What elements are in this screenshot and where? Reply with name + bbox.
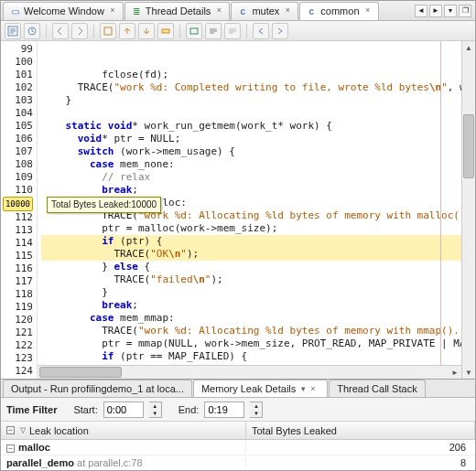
tab-menu-button[interactable]: ▾ [444,5,457,17]
tab-mutex[interactable]: c mutex × [231,2,298,20]
line-number[interactable]: 124 [1,365,33,378]
line-number[interactable]: 119 [1,301,33,314]
line-number[interactable]: 107 [1,145,33,158]
close-icon[interactable]: × [363,6,373,16]
code-line[interactable] [41,107,461,120]
scroll-up-icon[interactable]: ▲ [462,41,475,54]
leak-badge[interactable]: 10000 [3,197,33,211]
close-icon[interactable]: × [310,384,319,393]
vertical-scrollbar[interactable]: ▲ ▼ [461,41,475,379]
code-line[interactable]: TRACE("OK\n"); [41,248,461,261]
find-selection-button[interactable] [100,23,116,39]
step-up-icon[interactable]: ▲ [250,402,262,410]
code-line[interactable]: switch (work->mem_usage) { [41,145,461,158]
code-area[interactable]: fclose(fd); TRACE("work %d: Completed wr… [38,41,461,379]
line-gutter[interactable]: 9910010110210310410510610710810911010000… [1,41,38,379]
line-number[interactable]: 123 [1,352,33,365]
line-number[interactable]: 104 [1,107,33,120]
shift-right-button[interactable] [272,23,288,39]
code-line[interactable]: if (ptr == MAP_FAILED) { [41,350,461,363]
line-number[interactable]: 118 [1,288,33,301]
col-total-bytes-leaked[interactable]: Total Bytes Leaked [246,422,475,439]
scroll-down-icon[interactable]: ▼ [462,366,475,379]
code-line[interactable]: case mem_none: [41,158,461,171]
code-line[interactable]: } else { [41,261,461,273]
code-line[interactable]: break; [41,184,461,197]
close-icon[interactable]: × [108,6,117,16]
line-number[interactable]: 108 [1,158,33,171]
line-number[interactable]: 117 [1,275,33,288]
shift-left-button[interactable] [253,23,269,39]
tab-common[interactable]: c common × [299,2,378,20]
line-number[interactable]: 115 [1,250,33,262]
code-line[interactable]: TRACE("failed\n"); [41,273,461,286]
code-line[interactable]: TRACE("work %d: Allocating %ld bytes of … [41,325,461,337]
end-stepper[interactable]: ▲▼ [250,401,263,418]
start-time-input[interactable] [103,401,144,418]
step-down-icon[interactable]: ▼ [149,410,161,417]
macro-button[interactable] [186,23,202,39]
line-number[interactable]: 116 [1,262,33,275]
tab-memory-leak-details[interactable]: Memory Leak Details ▼ × [193,380,328,397]
code-line[interactable]: } [41,94,461,107]
scroll-thumb[interactable] [463,114,474,178]
close-icon[interactable]: × [283,6,292,16]
leak-table-body[interactable]: −malloc206parallel_demo at parallel.c:78… [1,440,475,470]
code-line[interactable]: fclose(fd); [41,69,461,81]
close-icon[interactable]: × [214,6,223,16]
line-number[interactable]: 99 [1,43,33,56]
line-number[interactable]: 105 [1,120,33,133]
line-number[interactable]: 121 [1,326,33,339]
code-line[interactable]: static void* work_run_getmem(work_t* wor… [41,120,461,133]
line-number[interactable]: 10000 [1,197,33,211]
horizontal-scrollbar[interactable]: ◄ ► [38,365,461,379]
comment-button[interactable] [205,23,222,39]
tab-thread-call-stack[interactable]: Thread Call Stack [329,380,425,397]
next-tab-button[interactable]: ► [429,5,442,17]
code-line[interactable]: case mem_mmap: [41,312,461,325]
expand-icon[interactable]: − [6,444,15,453]
toggle-highlight-button[interactable] [157,23,174,39]
line-number[interactable]: 110 [1,184,33,197]
line-number[interactable]: 102 [1,81,33,94]
collapse-all-icon[interactable]: − [6,426,15,434]
table-row[interactable]: parallel_demo at parallel.c:788 [1,455,475,470]
uncomment-button[interactable] [224,23,241,39]
line-number[interactable]: 112 [1,211,33,224]
end-time-input[interactable] [204,401,244,418]
chevron-down-icon[interactable]: ▼ [299,385,307,393]
code-line[interactable]: break; [41,299,461,312]
start-stepper[interactable]: ▲▼ [149,401,162,418]
line-number[interactable]: 109 [1,171,33,184]
col-leak-location[interactable]: − ▽ Leak location [1,422,246,439]
tab-thread-details[interactable]: ≣ Thread Details × [124,2,231,20]
find-prev-button[interactable] [119,23,135,39]
step-down-icon[interactable]: ▼ [250,410,262,417]
find-next-button[interactable] [138,23,155,39]
scroll-right-icon[interactable]: ► [449,366,461,379]
line-number[interactable]: 120 [1,314,33,326]
scroll-thumb[interactable] [39,367,122,378]
line-number[interactable]: 113 [1,224,33,237]
code-line[interactable]: ptr = malloc(work->mem_size); [41,222,461,235]
line-number[interactable]: 114 [1,237,33,250]
line-number[interactable]: 122 [1,339,33,352]
nav-fwd-button[interactable] [71,23,88,39]
line-number[interactable]: 106 [1,133,33,145]
line-number[interactable]: 103 [1,94,33,107]
line-number[interactable]: 100 [1,56,33,69]
code-line[interactable]: } [41,286,461,299]
code-line[interactable]: if (ptr) { [41,235,461,248]
source-view-button[interactable] [5,23,21,39]
tab-output[interactable]: Output - Run profilingdemo_1 at loca... [3,380,192,397]
code-line[interactable]: TRACE("work %d: Completed writing to fil… [41,81,461,94]
restore-button[interactable]: ❐ [459,5,471,17]
code-line[interactable]: void* ptr = NULL; [41,133,461,145]
history-button[interactable] [24,23,40,39]
prev-tab-button[interactable]: ◄ [415,5,427,17]
table-row[interactable]: −malloc206 [1,440,475,455]
code-line[interactable]: ptr = mmap(NULL, work->mem_size, PROT_RE… [41,337,461,350]
step-up-icon[interactable]: ▲ [149,402,161,410]
code-editor[interactable]: 9910010110210310410510610710810911010000… [1,41,475,380]
tab-welcome[interactable]: ▭ Welcome Window × [3,2,124,20]
